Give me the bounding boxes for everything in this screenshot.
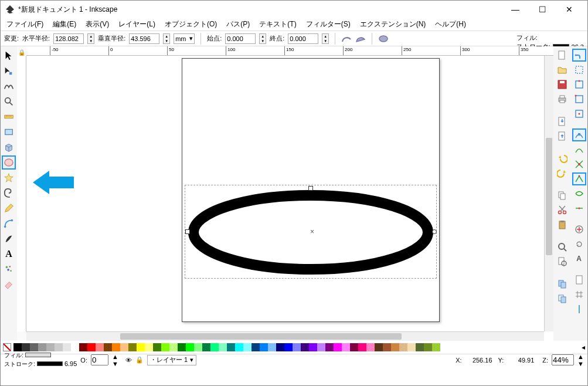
color-swatch[interactable] xyxy=(424,343,432,351)
ellipse-tool[interactable] xyxy=(2,155,16,170)
color-swatch[interactable] xyxy=(358,343,366,351)
selector-tool[interactable] xyxy=(2,49,16,63)
menu-text[interactable]: テキスト(T) xyxy=(256,18,300,31)
snap-page-icon[interactable] xyxy=(572,273,586,286)
minimize-button[interactable]: — xyxy=(502,1,529,18)
new-doc-icon[interactable] xyxy=(555,49,569,62)
horizontal-ruler[interactable]: -50050100150200250300350 xyxy=(26,46,553,56)
rx-spinner[interactable]: ▲▼ xyxy=(87,33,94,44)
snap-guide-icon[interactable] xyxy=(572,303,586,316)
snap-intersect-icon[interactable] xyxy=(572,158,586,171)
snap-toggle-icon[interactable] xyxy=(572,49,586,62)
color-swatch[interactable] xyxy=(87,343,96,351)
snap-path-icon[interactable] xyxy=(572,143,586,156)
snap-line-mid-icon[interactable] xyxy=(572,202,586,215)
snap-text-icon[interactable]: A xyxy=(572,252,586,265)
color-swatch[interactable] xyxy=(71,343,79,351)
color-swatch[interactable] xyxy=(325,343,334,351)
snap-center-icon[interactable] xyxy=(572,223,586,236)
undo-icon[interactable] xyxy=(555,152,569,165)
menu-help[interactable]: ヘルプ(H) xyxy=(431,18,470,31)
color-swatch[interactable] xyxy=(391,343,399,351)
color-swatch[interactable] xyxy=(79,343,87,351)
color-swatch[interactable] xyxy=(342,343,350,351)
color-swatch[interactable] xyxy=(235,343,243,351)
snap-cusp-icon[interactable] xyxy=(572,172,586,185)
color-swatch[interactable] xyxy=(227,343,235,351)
print-icon[interactable] xyxy=(555,93,569,106)
color-swatch[interactable] xyxy=(350,343,358,351)
arc-chord-icon[interactable] xyxy=(355,33,366,44)
color-swatch[interactable] xyxy=(145,343,153,351)
zoom-page-icon[interactable] xyxy=(555,255,569,268)
horizontal-scrollbar[interactable] xyxy=(26,331,544,341)
export-icon[interactable] xyxy=(555,130,569,143)
end-input[interactable] xyxy=(288,33,318,44)
node-tool[interactable] xyxy=(2,64,16,78)
duplicate-icon[interactable] xyxy=(555,277,569,290)
zoom-spinner[interactable]: ▲▼ xyxy=(577,353,584,367)
color-swatches[interactable] xyxy=(13,343,579,351)
calligraphy-tool[interactable] xyxy=(2,232,16,246)
color-swatch[interactable] xyxy=(309,343,317,351)
eye-icon[interactable]: 👁 xyxy=(125,357,132,364)
color-swatch[interactable] xyxy=(268,343,276,351)
tweak-tool[interactable] xyxy=(2,79,16,93)
snap-smooth-icon[interactable] xyxy=(572,187,586,200)
snap-rotation-icon[interactable] xyxy=(572,238,586,250)
color-swatch[interactable] xyxy=(317,343,325,351)
color-swatch[interactable] xyxy=(137,343,145,351)
status-stroke-swatch[interactable] xyxy=(37,361,63,366)
menu-extension[interactable]: エクステンション(N) xyxy=(356,18,430,31)
color-swatch[interactable] xyxy=(38,343,46,351)
bezier-tool[interactable] xyxy=(2,216,16,231)
color-swatch[interactable] xyxy=(46,343,55,351)
color-swatch[interactable] xyxy=(186,343,194,351)
paste-icon[interactable] xyxy=(555,218,569,231)
rx-input[interactable] xyxy=(53,33,84,44)
color-swatch[interactable] xyxy=(161,343,169,351)
snap-bbox-icon[interactable] xyxy=(572,63,586,76)
color-swatch[interactable] xyxy=(30,343,38,351)
import-icon[interactable] xyxy=(555,115,569,128)
pencil-tool[interactable] xyxy=(2,201,16,215)
color-swatch[interactable] xyxy=(112,343,120,351)
color-swatch[interactable] xyxy=(202,343,210,351)
cut-icon[interactable] xyxy=(555,204,569,216)
color-swatch[interactable] xyxy=(104,343,112,351)
color-swatch[interactable] xyxy=(251,343,260,351)
spiral-tool[interactable] xyxy=(2,186,16,200)
color-swatch[interactable] xyxy=(178,343,186,351)
opacity-input[interactable] xyxy=(91,354,108,365)
color-swatch[interactable] xyxy=(276,343,284,351)
color-swatch[interactable] xyxy=(399,343,407,351)
palette-menu-icon[interactable]: ◂ xyxy=(582,343,585,351)
menu-edit[interactable]: 編集(E) xyxy=(49,18,80,31)
color-swatch[interactable] xyxy=(194,343,202,351)
menu-object[interactable]: オブジェクト(O) xyxy=(161,18,220,31)
maximize-button[interactable]: ☐ xyxy=(529,1,556,18)
color-swatch[interactable] xyxy=(219,343,227,351)
ry-spinner[interactable]: ▲▼ xyxy=(163,33,170,44)
color-swatch[interactable] xyxy=(260,343,268,351)
snap-midpoint-icon[interactable] xyxy=(572,107,586,120)
spray-tool[interactable] xyxy=(2,262,16,276)
end-spinner[interactable]: ▲▼ xyxy=(322,33,329,44)
no-fill-swatch[interactable] xyxy=(3,343,11,351)
star-tool[interactable] xyxy=(2,171,16,185)
vertical-ruler[interactable] xyxy=(17,56,26,331)
menu-view[interactable]: 表示(V) xyxy=(82,18,113,31)
zoom-fit-icon[interactable] xyxy=(555,241,569,253)
color-swatch[interactable] xyxy=(96,343,104,351)
color-swatch[interactable] xyxy=(169,343,178,351)
snap-node-icon[interactable] xyxy=(572,128,586,141)
color-swatch[interactable] xyxy=(375,343,383,351)
menu-file[interactable]: ファイル(F) xyxy=(3,18,47,31)
color-swatch[interactable] xyxy=(128,343,137,351)
copy-icon[interactable] xyxy=(555,189,569,202)
menu-layer[interactable]: レイヤー(L) xyxy=(115,18,159,31)
color-swatch[interactable] xyxy=(293,343,301,351)
zoom-input[interactable] xyxy=(552,354,574,365)
clone-icon[interactable] xyxy=(555,292,569,305)
color-swatch[interactable] xyxy=(301,343,309,351)
